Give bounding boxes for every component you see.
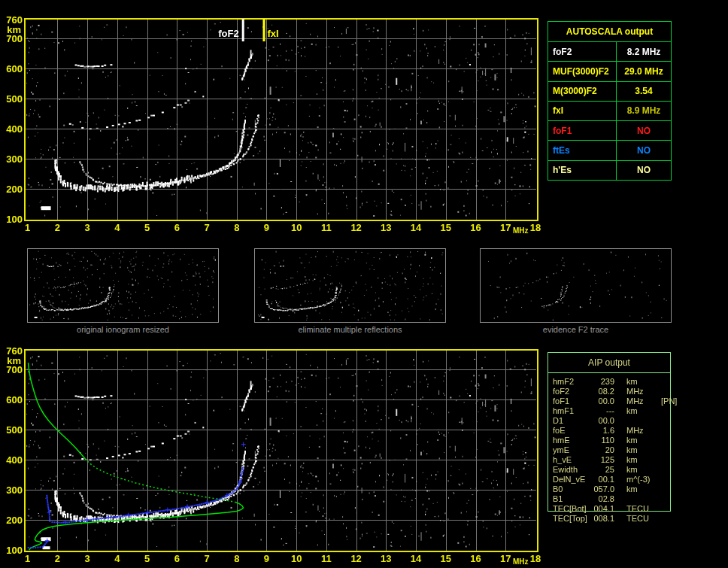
param-value: NO [617, 141, 671, 159]
autoscala-row: ftEsNO [548, 141, 671, 160]
aip-unit: km [626, 445, 657, 455]
aip-name: TEC[Top] [553, 514, 592, 524]
param-value: NO [617, 121, 671, 140]
autoscala-row: foF28.2 MHz [548, 42, 671, 62]
aip-row: hmF2239km [548, 377, 670, 387]
aip-row: h_vE125km [548, 455, 670, 465]
aip-name: B1 [553, 494, 592, 504]
param-value: NO [617, 161, 671, 180]
thumbnail-original-ionogram [27, 248, 219, 323]
aip-row: foF208.2MHz [548, 387, 670, 396]
aip-name: Ewidth [553, 465, 592, 475]
param-label: fxI [548, 102, 617, 120]
aip-row: DelN_vE00.1m^(-3) [548, 475, 670, 484]
aip-unit: km [626, 436, 657, 445]
autoscala-table-header: AUTOSCALA output [548, 22, 671, 42]
aip-value: 057.0 [592, 484, 614, 494]
aip-unit: TECU [626, 504, 657, 514]
aip-unit: km [626, 455, 657, 465]
aip-unit: km [626, 406, 657, 416]
aip-unit: TECU [626, 514, 657, 524]
top-ionogram-canvas [0, 0, 549, 241]
param-label: M(3000)F2 [548, 82, 617, 101]
aip-row: B102.8 [548, 494, 670, 504]
aip-row: ymE20km [548, 445, 670, 455]
param-label: foF1 [548, 121, 617, 140]
aip-name: ymE [553, 445, 592, 455]
aip-row: foE1.6MHz [548, 426, 670, 436]
aip-name: foF1 [553, 396, 592, 406]
autoscala-app-window: Rome (lat: +41.8, lon: 012.5) - DATE: 20… [0, 0, 728, 568]
thumbnail-original-canvas [28, 249, 218, 322]
aip-unit: MHz [626, 396, 657, 406]
param-value: 3.54 [617, 82, 671, 101]
aip-name: h_vE [553, 455, 592, 465]
param-label: ftEs [548, 141, 617, 159]
param-value: 8.9 MHz [617, 102, 671, 120]
aip-value: 008.1 [592, 514, 614, 524]
aip-output-table: AIP output hmF2239kmfoF208.2MHzfoF100.0M… [548, 352, 671, 512]
aip-value: 02.8 [592, 494, 614, 504]
param-value: 8.2 MHz [617, 42, 671, 61]
aip-name: DelN_vE [553, 475, 592, 484]
aip-row: D100.0 [548, 416, 670, 426]
aip-unit: km [626, 465, 657, 475]
param-label: foF2 [548, 42, 617, 61]
aip-unit: km [626, 377, 657, 387]
autoscala-row: fxI8.9 MHz [548, 102, 671, 121]
aip-unit: MHz [626, 387, 657, 396]
aip-value: 00.0 [592, 416, 614, 426]
aip-name: TEC[Bot] [553, 504, 592, 514]
autoscala-output-table: AUTOSCALA output foF28.2 MHzMUF(3000)F22… [548, 21, 672, 181]
aip-value: 00.1 [592, 475, 614, 484]
thumbnail-evidence-f2 [480, 248, 672, 323]
aip-value: 110 [592, 436, 614, 445]
aip-row: foF100.0MHz[PN] [548, 396, 670, 406]
aip-row: hmF1---km [548, 406, 670, 416]
thumbnail-evidence-canvas [481, 249, 671, 322]
aip-row: Ewidth25km [548, 465, 670, 475]
autoscala-row: M(3000)F23.54 [548, 82, 671, 102]
aip-name: hmF1 [553, 406, 592, 416]
thumbnail-caption: original ionogram resized [27, 325, 219, 334]
aip-value: --- [592, 406, 614, 416]
autoscala-row: foF1NO [548, 121, 671, 141]
autoscala-table-rows: foF28.2 MHzMUF(3000)F229.0 MHzM(3000)F23… [548, 42, 671, 180]
aip-name: hmF2 [553, 377, 592, 387]
aip-name: foF2 [553, 387, 592, 396]
thumbnail-eliminate-reflections [254, 248, 446, 323]
aip-name: B0 [553, 484, 592, 494]
aip-name: hmE [553, 436, 592, 445]
thumbnail-eliminate-canvas [255, 249, 445, 322]
thumbnail-caption: evidence F2 trace [480, 325, 672, 334]
aip-value: 20 [592, 445, 614, 455]
autoscala-row: MUF(3000)F229.0 MHz [548, 62, 671, 81]
autoscala-row: h'EsNO [548, 161, 671, 180]
aip-row: hmE110km [548, 436, 670, 445]
aip-unit: m^(-3) [626, 475, 657, 484]
param-label: MUF(3000)F2 [548, 62, 617, 80]
aip-row: B0057.0km [548, 484, 670, 494]
aip-value: 004.1 [592, 504, 614, 514]
param-label: h'Es [548, 161, 617, 180]
aip-value: 00.0 [592, 396, 614, 406]
aip-name: D1 [553, 416, 592, 426]
aip-unit: MHz [626, 426, 657, 436]
aip-extra: [PN] [661, 396, 677, 406]
aip-row: TEC[Bot]004.1TECU [548, 504, 670, 514]
aip-table-header: AIP output [548, 353, 670, 373]
aip-value: 239 [592, 377, 614, 387]
aip-value: 08.2 [592, 387, 614, 396]
aip-value: 1.6 [592, 426, 614, 436]
bottom-ionogram-canvas [0, 342, 549, 568]
aip-unit: km [626, 484, 657, 494]
param-value: 29.0 MHz [617, 62, 671, 80]
aip-value: 25 [592, 465, 614, 475]
aip-table-rows: hmF2239kmfoF208.2MHzfoF100.0MHz[PN]hmF1-… [548, 373, 670, 524]
thumbnail-caption: eliminate multiple reflections [254, 325, 446, 334]
aip-value: 125 [592, 455, 614, 465]
aip-row: TEC[Top]008.1TECU [548, 514, 670, 524]
aip-name: foE [553, 426, 592, 436]
